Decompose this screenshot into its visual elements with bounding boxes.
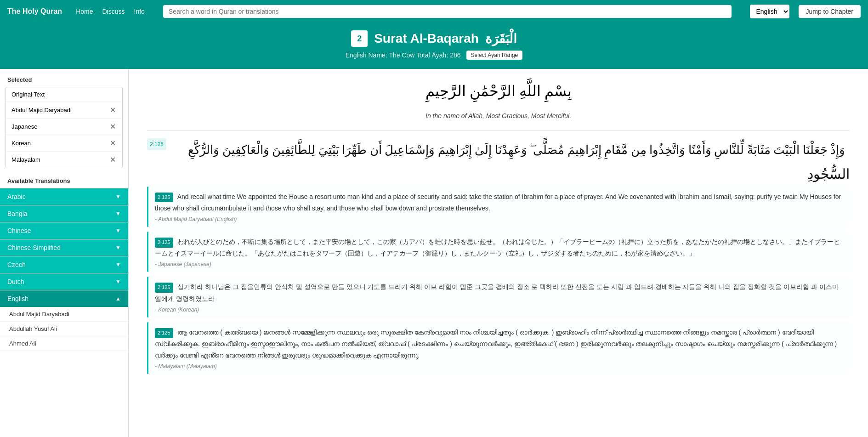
verse-ref-badge: 2:125	[155, 238, 173, 248]
main-content: بِسْمِ اللَّهِ الرَّحْمَٰنِ الرَّحِيمِ I…	[129, 69, 868, 437]
surah-title: 2 Surat Al-Baqarah الْبَقَرَة	[0, 30, 868, 47]
translation-group-arabic-header[interactable]: Arabic ▼	[0, 188, 128, 205]
translation-sub-item[interactable]: Abdul Majid Daryabadi	[0, 307, 128, 322]
chevron-up-icon: ▲	[115, 295, 121, 302]
available-translations-title: Available Translations	[0, 174, 128, 188]
main-layout: Selected Original Text Abdul Majid Darya…	[0, 69, 868, 437]
translation-group-chinese-simplified: Chinese Simplified ▼	[0, 239, 128, 256]
selected-item: Abdul Majid Daryabadi ✕	[6, 102, 122, 119]
chevron-down-icon: ▼	[115, 210, 121, 217]
nav-discuss[interactable]: Discuss	[102, 8, 125, 15]
translation-group-dutch: Dutch ▼	[0, 273, 128, 290]
translation-source: - Japanese (Japanese)	[155, 261, 843, 267]
bismillah-arabic: بِسْمِ اللَّهِ الرَّحْمَٰنِ الرَّحِيمِ	[147, 78, 850, 105]
verse-arabic-continuation: السُّجُودِ	[147, 166, 850, 182]
surah-number: 2	[351, 30, 368, 47]
surah-header: 2 Surat Al-Baqarah الْبَقَرَة English Na…	[0, 23, 868, 69]
translation-text: 2:125 And recall what time We appointed …	[155, 191, 843, 214]
translation-block-english: 2:125 And recall what time We appointed …	[147, 187, 850, 227]
chevron-down-icon: ▼	[115, 227, 121, 234]
chevron-down-icon: ▼	[115, 261, 121, 268]
chevron-down-icon: ▼	[115, 244, 121, 251]
translation-text: 2:125 われが人びとのため，不断に集る場所として，また平安の場として，この家…	[155, 236, 843, 259]
translation-block-japanese: 2:125 われが人びとのため，不断に集る場所として，また平安の場として，この家…	[147, 232, 850, 272]
translation-source: - Abdul Majid Daryabadi (English)	[155, 216, 843, 222]
selected-item-label: Malayalam	[11, 156, 40, 163]
translation-text: 2:125 ആ വേനത്തെ ( കഅ്ബയെ ) ജനങ്ങൾ സമ്മേള…	[155, 327, 843, 362]
ayah-range-button[interactable]: Select Āyah Range	[466, 51, 523, 60]
search-wrap	[163, 5, 732, 18]
surah-meta: English Name: The Cow Total Āyah: 286 Se…	[0, 51, 868, 60]
verse-ref-badge: 2:125	[155, 283, 173, 293]
brand-title: The Holy Quran	[7, 7, 62, 16]
translation-sub-item[interactable]: Ahmed Ali	[0, 336, 128, 351]
translation-group-czech-label: Czech	[7, 261, 26, 268]
surah-arabic-name: الْبَقَرَة	[485, 31, 517, 46]
selected-section-title: Selected	[0, 76, 128, 87]
translation-group-bangla: Bangla ▼	[0, 205, 128, 222]
translation-group-arabic-label: Arabic	[7, 193, 26, 200]
translation-group-chinese-simplified-label: Chinese Simplified	[7, 244, 61, 251]
chevron-down-icon: ▼	[115, 278, 121, 285]
verse-arabic-text: 2:125 وَإِذْ جَعَلْنَا الْبَيْتَ مَثَابَ…	[147, 138, 850, 162]
translation-block-korean: 2:125 상기하라 하나님은 그 집을인류의 안식처 및 성역으로 만들 었으…	[147, 277, 850, 317]
surah-name: Surat Al-Baqarah	[374, 31, 479, 46]
translation-group-chinese-header[interactable]: Chinese ▼	[0, 222, 128, 239]
remove-button[interactable]: ✕	[109, 155, 117, 164]
translation-text: 2:125 상기하라 하나님은 그 집을인류의 안식처 및 성역으로 만들 었으…	[155, 281, 843, 304]
translation-group-english-header[interactable]: English ▲	[0, 290, 128, 307]
translation-group-chinese-label: Chinese	[7, 227, 31, 234]
chevron-down-icon: ▼	[115, 193, 121, 200]
selected-item-label: Abdul Majid Daryabadi	[11, 107, 72, 114]
translation-group-english-label: English	[7, 295, 28, 302]
selected-item: Malayalam ✕	[6, 152, 122, 168]
translation-group-arabic: Arabic ▼	[0, 188, 128, 205]
translation-group-english: English ▲ Abdul Majid Daryabadi Abdullah…	[0, 290, 128, 351]
translation-group-chinese-simplified-header[interactable]: Chinese Simplified ▼	[0, 239, 128, 256]
selected-item-label: Original Text	[11, 91, 45, 98]
nav-info[interactable]: Info	[134, 8, 145, 15]
verse-block: 2:125 وَإِذْ جَعَلْنَا الْبَيْتَ مَثَابَ…	[147, 131, 850, 382]
translation-group-dutch-label: Dutch	[7, 278, 24, 285]
selected-item: Japanese ✕	[6, 119, 122, 135]
search-input[interactable]	[163, 5, 732, 18]
language-select[interactable]: English	[750, 5, 789, 18]
translation-group-czech: Czech ▼	[0, 256, 128, 273]
translation-group-czech-header[interactable]: Czech ▼	[0, 256, 128, 273]
verse-ref-badge: 2:125	[155, 328, 173, 338]
translation-group-chinese: Chinese ▼	[0, 222, 128, 239]
selected-item: Korean ✕	[6, 135, 122, 152]
top-navigation: The Holy Quran Home Discuss Info English…	[0, 0, 868, 23]
english-sub-items: Abdul Majid Daryabadi Abdullah Yusuf Ali…	[0, 307, 128, 351]
translation-group-dutch-header[interactable]: Dutch ▼	[0, 273, 128, 290]
translation-source: - Malayalam (Malayalam)	[155, 363, 843, 369]
translation-group-bangla-header[interactable]: Bangla ▼	[0, 205, 128, 222]
selected-item-label: Korean	[11, 140, 31, 147]
remove-button[interactable]: ✕	[109, 139, 117, 148]
selected-list: Original Text Abdul Majid Daryabadi ✕ Ja…	[6, 87, 123, 168]
remove-button[interactable]: ✕	[109, 106, 117, 114]
translation-source: - Korean (Korean)	[155, 306, 843, 313]
remove-button[interactable]: ✕	[109, 122, 117, 131]
bismillah-translation: In the name of Allah, Most Gracious, Mos…	[147, 112, 850, 119]
selected-item: Original Text	[6, 87, 122, 102]
jump-to-chapter-button[interactable]: Jump to Chapter	[799, 5, 861, 18]
verse-number-badge: 2:125	[147, 138, 166, 150]
sidebar: Selected Original Text Abdul Majid Darya…	[0, 69, 129, 437]
verse-ref-badge: 2:125	[155, 193, 173, 203]
surah-meta-text: English Name: The Cow Total Āyah: 286	[346, 51, 461, 59]
selected-item-label: Japanese	[11, 123, 37, 130]
translation-block-malayalam: 2:125 ആ വേനത്തെ ( കഅ്ബയെ ) ജനങ്ങൾ സമ്മേള…	[147, 322, 850, 375]
nav-home[interactable]: Home	[76, 8, 93, 15]
translation-group-bangla-label: Bangla	[7, 210, 28, 217]
translation-sub-item[interactable]: Abdullah Yusuf Ali	[0, 322, 128, 336]
